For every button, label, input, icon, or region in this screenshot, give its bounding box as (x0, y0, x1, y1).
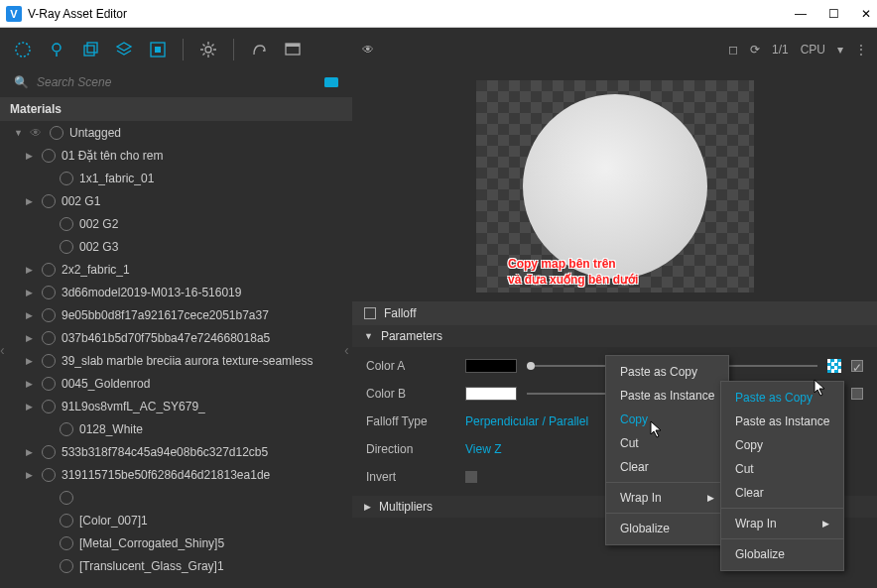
menu-item[interactable]: Wrap In▶ (721, 512, 843, 535)
menu-item[interactable]: Copy (606, 408, 728, 431)
tree-arrow-icon: ▶ (26, 402, 36, 412)
menu-item[interactable]: Globalize (721, 542, 843, 566)
menu-item[interactable]: Cut (606, 431, 728, 455)
menu-item[interactable]: Wrap In▶ (606, 486, 728, 510)
tree-item-label: 037b461b5d70f75bba47e724668018a5 (62, 331, 270, 345)
material-swatch-icon (60, 422, 73, 436)
falloff-header[interactable]: Falloff (352, 301, 877, 325)
tree-item-label: 1x1_fabric_01 (79, 172, 154, 185)
tree-item[interactable] (10, 486, 348, 509)
color-a-map-button[interactable] (827, 359, 841, 373)
tree-item[interactable]: ▶0045_Goldenrod (10, 372, 348, 395)
preview-sphere (523, 94, 707, 279)
visibility-icon[interactable]: 👁 (30, 126, 44, 140)
preview-eye-icon[interactable]: 👁 (362, 43, 374, 57)
color-b-swatch[interactable] (465, 387, 517, 401)
window-minimize-button[interactable]: — (795, 7, 807, 21)
tree-item[interactable]: [Metal_Corrogated_Shiny]5 (10, 531, 348, 554)
context-menu-2: Paste as CopyPaste as InstanceCopyCutCle… (720, 381, 844, 571)
tree-item[interactable]: ▶037b461b5d70f75bba47e724668018a5 (10, 326, 348, 349)
search-filter-icon[interactable] (324, 77, 338, 87)
tree-item[interactable]: ▶91L9os8vmfL_AC_SY679_ (10, 395, 348, 417)
render-engine[interactable]: CPU (801, 43, 825, 57)
tree-item-label: 002 G3 (79, 240, 118, 254)
submenu-arrow-icon: ▶ (822, 519, 829, 529)
tree-arrow-icon: ▶ (26, 265, 36, 275)
search-input[interactable] (37, 75, 316, 89)
tree-item[interactable]: ▶319115715be50f6286d46d21813ea1de (10, 463, 348, 486)
framebuffer-icon[interactable] (280, 37, 306, 62)
tree-item-label: 533b318f784c45a94e08b6c327d12cb5 (62, 445, 268, 459)
window-maximize-button[interactable]: ☐ (828, 7, 839, 21)
textures-tab-icon[interactable] (145, 37, 171, 62)
menu-item[interactable]: Paste as Copy (606, 360, 728, 384)
context-menu-1: Paste as CopyPaste as InstanceCopyCutCle… (605, 355, 729, 545)
render-icon[interactable] (246, 37, 272, 62)
color-a-swatch[interactable] (465, 359, 517, 373)
tree-item[interactable]: ▶01 Đặt tên cho rem (10, 144, 348, 167)
tree-item-label: 01 Đặt tên cho rem (62, 149, 163, 163)
collapse-icon: ▼ (364, 331, 373, 341)
menu-item[interactable]: Paste as Instance (606, 384, 728, 408)
menu-item[interactable]: Paste as Instance (721, 410, 843, 433)
tree-item[interactable]: 002 G2 (10, 212, 348, 235)
direction-value[interactable]: View Z (465, 442, 501, 456)
material-swatch-icon (42, 377, 56, 391)
invert-checkbox[interactable] (465, 471, 477, 483)
material-tree: ▼👁Untagged▶01 Đặt tên cho rem1x1_fabric_… (0, 121, 352, 588)
tree-item[interactable]: 1x1_fabric_01 (10, 167, 348, 189)
material-swatch-icon (42, 194, 56, 208)
tree-item[interactable]: ▼👁Untagged (10, 121, 348, 144)
vray-logo-icon: V (6, 6, 22, 22)
color-a-map-checkbox[interactable]: ✓ (851, 360, 863, 372)
settings-icon[interactable] (195, 37, 221, 62)
more-menu-icon[interactable]: ⋮ (855, 43, 867, 57)
tree-item-label: 3d66model2019-M013-16-516019 (62, 286, 241, 299)
tree-item[interactable]: ▶3d66model2019-M013-16-516019 (10, 281, 348, 303)
menu-item[interactable]: Copy (721, 433, 843, 457)
tree-item[interactable]: [Color_007]1 (10, 509, 348, 531)
svg-point-1 (53, 44, 61, 52)
preview-ratio[interactable]: 1/1 (772, 43, 789, 57)
tree-item[interactable]: ▶533b318f784c45a94e08b6c327d12cb5 (10, 440, 348, 463)
tree-item[interactable]: 002 G3 (10, 235, 348, 258)
preview-frame-icon[interactable]: ◻ (728, 43, 738, 57)
material-swatch-icon (60, 536, 73, 550)
tree-item[interactable]: ▶39_slab marble breciia aurora texture-s… (10, 349, 348, 372)
parameters-header[interactable]: ▼ Parameters (352, 325, 877, 347)
tree-item-label: 002 G2 (79, 217, 118, 231)
materials-section-header: Materials (0, 97, 352, 121)
tree-item[interactable]: ▶002 G1 (10, 189, 348, 212)
asset-toolbar (0, 28, 352, 71)
render-dropdown-icon[interactable]: ▾ (837, 43, 843, 57)
toolbar-divider (233, 39, 234, 60)
left-edge-handle[interactable]: ‹ (0, 342, 5, 358)
tree-item[interactable]: ▶9e05bb0d8f17a921617cece2051b7a37 (10, 303, 348, 326)
panel-edge-handle[interactable]: ‹ (344, 342, 349, 358)
fallofftype-value[interactable]: Perpendicular / Parallel (465, 414, 588, 428)
preview-refresh-icon[interactable]: ⟳ (750, 43, 760, 57)
tree-arrow-icon: ▶ (26, 151, 36, 161)
search-bar: 🔍 (0, 71, 352, 97)
tree-item[interactable]: 0128_White (10, 417, 348, 440)
menu-item[interactable]: Clear (721, 481, 843, 505)
color-b-map-checkbox[interactable] (851, 388, 863, 400)
tree-arrow-icon: ▶ (26, 447, 36, 457)
materials-tab-icon[interactable] (10, 37, 36, 62)
menu-item[interactable]: Globalize (606, 517, 728, 540)
svg-point-7 (205, 47, 211, 53)
menu-item[interactable]: Cut (721, 457, 843, 481)
falloff-title: Falloff (384, 306, 416, 320)
tree-item[interactable]: ▶2x2_fabric_1 (10, 258, 348, 281)
menu-item[interactable]: Clear (606, 455, 728, 479)
material-swatch-icon (42, 308, 56, 322)
lights-tab-icon[interactable] (44, 37, 69, 62)
tree-item[interactable]: [Translucent_Glass_Gray]1 (10, 554, 348, 577)
layers-tab-icon[interactable] (111, 37, 137, 62)
tree-item-label: [Color_007]1 (79, 514, 148, 528)
tree-arrow-icon: ▶ (26, 379, 36, 389)
tree-arrow-icon: ▶ (26, 310, 36, 320)
material-swatch-icon (42, 400, 56, 413)
window-close-button[interactable]: ✕ (861, 7, 871, 21)
geometry-tab-icon[interactable] (77, 37, 103, 62)
